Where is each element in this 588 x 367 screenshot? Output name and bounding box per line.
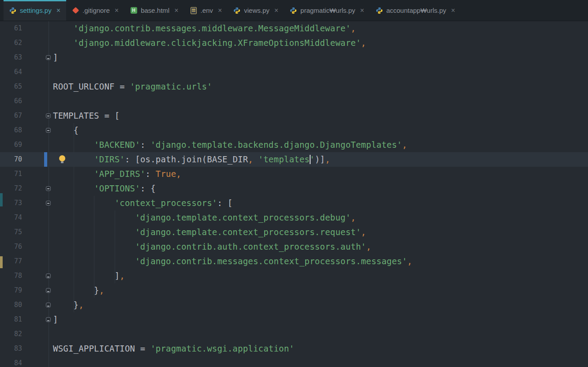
editor-line: 80 }, (0, 298, 588, 312)
code-text[interactable]: }, (53, 283, 588, 298)
gutter-cell (22, 167, 53, 181)
line-number: 68 (0, 123, 22, 138)
fold-marker-icon[interactable] (46, 273, 51, 278)
intention-bulb-icon[interactable] (59, 155, 66, 164)
code-text[interactable]: ] (53, 50, 588, 65)
code-text[interactable]: { (53, 123, 588, 138)
code-text[interactable]: WSGI_APPLICATION = 'pragmatic.wsgi.appli… (53, 341, 588, 356)
code-text[interactable]: 'context_processors': [ (53, 196, 588, 210)
editor-line: 62 'django.middleware.clickjacking.XFram… (0, 36, 588, 50)
stripe-mark-teal (0, 193, 3, 206)
line-number: 80 (0, 298, 22, 312)
fold-marker-icon[interactable] (46, 186, 51, 191)
editor-line: 68 { (0, 123, 588, 138)
code-text[interactable]: }, (53, 298, 588, 312)
tab-settings.py[interactable]: settings.py × (4, 0, 66, 21)
line-number: 75 (0, 225, 22, 240)
editor-line: 73 'context_processors': [ (0, 196, 588, 210)
fold-marker-icon[interactable] (46, 288, 51, 293)
line-number: 69 (0, 138, 22, 152)
fold-marker-icon[interactable] (46, 128, 51, 133)
code-text[interactable] (53, 65, 588, 79)
code-editor[interactable]: 61 'django.contrib.messages.middleware.M… (0, 21, 588, 367)
gutter-cell (22, 298, 53, 312)
close-tab-icon[interactable]: × (115, 7, 119, 14)
close-tab-icon[interactable]: × (174, 7, 178, 14)
line-number: 78 (0, 269, 22, 283)
line-number: 81 (0, 312, 22, 327)
fold-marker-icon[interactable] (46, 317, 51, 322)
close-tab-icon[interactable]: × (218, 7, 222, 14)
code-text[interactable] (53, 327, 588, 341)
gutter-cell (22, 94, 53, 109)
tab-pragmatic-urls.py[interactable]: pragmatic₩urls.py × (284, 0, 370, 21)
tab-label: .gitignore (82, 7, 110, 14)
code-text[interactable]: 'django.contrib.messages.context_process… (53, 254, 588, 269)
fold-marker-icon[interactable] (46, 303, 51, 307)
code-text[interactable]: 'django.contrib.messages.middleware.Mess… (53, 21, 588, 36)
tab-.env[interactable]: .env × (184, 0, 228, 21)
close-tab-icon[interactable]: × (360, 7, 364, 14)
code-text[interactable]: 'DIRS': [os.path.join(BASE_DIR, 'templat… (53, 152, 588, 167)
code-text[interactable]: ], (53, 269, 588, 283)
html-icon: H (130, 7, 137, 14)
code-text[interactable]: 'OPTIONS': { (53, 181, 588, 196)
editor-line: 79 }, (0, 283, 588, 298)
gutter-cell (22, 36, 53, 50)
code-text[interactable]: 'django.contrib.auth.context_processors.… (53, 240, 588, 254)
gutter-cell (22, 65, 53, 79)
tab-label: .env (201, 7, 213, 14)
gutter-cell (22, 79, 53, 94)
stripe-mark-yellow (0, 256, 3, 268)
gutter-cell (22, 327, 53, 341)
gutter-cell (22, 181, 53, 196)
code-text[interactable]: TEMPLATES = [ (53, 109, 588, 123)
editor-line: 63 ] (0, 50, 588, 65)
code-text[interactable]: ROOT_URLCONF = 'pragmatic.urls' (53, 79, 588, 94)
gutter-cell (22, 225, 53, 240)
ide-window: settings.py × .gitignore × H base.html ×… (0, 0, 588, 367)
code-text[interactable] (53, 356, 588, 367)
tab-.gitignore[interactable]: .gitignore × (66, 0, 124, 21)
line-number: 77 (0, 254, 22, 269)
code-text[interactable]: ] (53, 312, 588, 327)
code-text[interactable]: 'BACKEND': 'django.template.backends.dja… (53, 138, 588, 152)
caret-line-indicator (44, 152, 47, 167)
code-text[interactable]: 'django.middleware.clickjacking.XFrameOp… (53, 36, 588, 50)
gutter-cell (22, 196, 53, 210)
line-number: 67 (0, 109, 22, 123)
tab-accountapp-urls.py[interactable]: accountapp₩urls.py × (370, 0, 461, 21)
editor-line: 78 ], (0, 269, 588, 283)
tab-views.py[interactable]: views.py × (228, 0, 284, 21)
python-icon (290, 7, 297, 14)
close-tab-icon[interactable]: × (274, 7, 278, 14)
close-tab-icon[interactable]: × (56, 7, 60, 14)
line-number: 71 (0, 167, 22, 181)
close-tab-icon[interactable]: × (451, 7, 455, 14)
gutter-cell (22, 138, 53, 152)
editor-line: 72 'OPTIONS': { (0, 181, 588, 196)
editor-line: 65 ROOT_URLCONF = 'pragmatic.urls' (0, 79, 588, 94)
tab-base.html[interactable]: H base.html × (124, 0, 184, 21)
editor-line: 77 'django.contrib.messages.context_proc… (0, 254, 588, 269)
editor-line: 74 'django.template.context_processors.d… (0, 210, 588, 225)
fold-marker-icon[interactable] (46, 113, 51, 118)
line-number: 66 (0, 94, 22, 109)
editor-line: 84 (0, 356, 588, 367)
editor-line: 67 TEMPLATES = [ (0, 109, 588, 123)
line-number: 72 (0, 181, 22, 196)
fold-marker-icon[interactable] (46, 55, 51, 60)
code-text[interactable]: 'APP_DIRS': True, (53, 167, 588, 181)
editor-line: 76 'django.contrib.auth.context_processo… (0, 240, 588, 254)
fold-marker-icon[interactable] (46, 201, 51, 206)
editor-line: 70 'DIRS': [os.path.join(BASE_DIR, 'temp… (0, 152, 588, 167)
line-number: 64 (0, 65, 22, 79)
gitignore-icon (72, 7, 79, 14)
code-text[interactable]: 'django.template.context_processors.debu… (53, 210, 588, 225)
line-number: 83 (0, 341, 22, 356)
tab-label: base.html (141, 7, 169, 14)
env-icon (190, 7, 197, 14)
line-number: 84 (0, 356, 22, 367)
code-text[interactable]: 'django.template.context_processors.requ… (53, 225, 588, 240)
code-text[interactable] (53, 94, 588, 109)
